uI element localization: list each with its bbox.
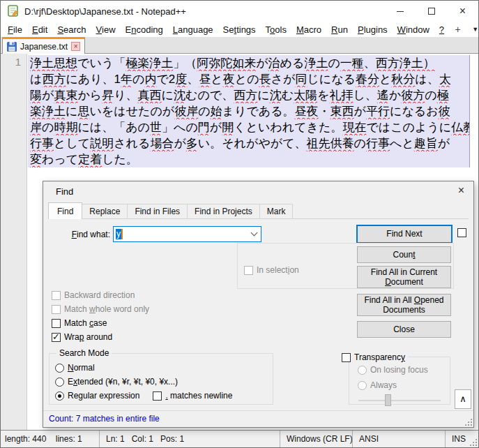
backward-direction-label: Backward direction [64,290,135,300]
dialog-tab-find-in-files[interactable]: Find in Files [127,204,188,218]
editor-text-line: 変わって定着した。 [28,151,469,167]
maximize-icon [428,8,435,15]
dialog-tabs: FindReplaceFind in FilesFind in Projects… [48,203,469,219]
notepad-window: D:\rjf\Desktop\Japanese.txt - Notepad++ … [0,0,479,448]
search-mode-group: Search Mode NormalExtended (¥n, ¥r, ¥t, … [49,353,273,405]
status-caret-position: Ln: 1 Col: 1 Pos: 1 [99,431,280,447]
count-result-text: Count: 7 matches in entire file [49,414,160,424]
editor-text-line: 岸の時期には、「あの世」への門が開くといわれてきた。現在ではこのように仏教 [28,119,469,135]
radio-on-losing-focus-label: On losing focus [370,365,428,375]
wrap-around-checkbox[interactable] [52,333,61,342]
menu-settings[interactable]: Settings [218,23,261,36]
window-title: D:\rjf\Desktop\Japanese.txt - Notepad++ [24,6,384,17]
editor-text[interactable]: 浄土思想でいう「極楽浄土」（阿弥陀如来が治める浄土の一種、西方浄土）は西方にあり… [28,55,469,167]
dialog-title: Find [56,186,73,197]
close-button[interactable]: × [447,1,478,22]
radio-extended-label: Extended (¥n, ¥r, ¥t, ¥0, ¥x...) [68,377,178,387]
match-case-checkbox[interactable] [52,319,61,328]
menubar-plus-icon[interactable]: + [449,24,466,35]
transparency-row-always: Always [358,380,397,390]
status-bar: length: 440 lines: 1 Ln: 1 Col: 1 Pos: 1… [1,430,478,447]
radio-always-label: Always [370,380,397,390]
line-number-margin: 1 [1,54,27,430]
menu-edit[interactable]: Edit [27,23,52,36]
menu-view[interactable]: View [91,23,121,36]
radio-on-losing-focus [358,366,367,375]
find-all-opened-documents-button[interactable]: Find All in All Opened Documents [357,294,451,316]
window-resize-grip[interactable] [469,438,477,446]
maximize-button[interactable] [416,1,447,22]
dialog-tab-find[interactable]: Find [48,202,82,219]
search-mode-group-label: Search Mode [56,348,112,358]
transparency-checkbox[interactable] [342,353,351,362]
radio-regular-expression[interactable] [55,391,64,401]
menu-macro[interactable]: Macro [291,23,326,36]
menu-items: FileEditSearchViewEncodingLanguageSettin… [3,22,449,37]
tab-label: Japanese.txt [20,42,68,52]
radio-normal-label: Normal [68,363,95,373]
radio-extended[interactable] [55,378,64,387]
menu-tools[interactable]: Tools [261,23,291,36]
dialog-close-icon[interactable]: × [458,185,464,196]
dot-matches-newline-checkbox[interactable] [153,391,162,401]
dialog-tab-find-in-projects[interactable]: Find in Projects [187,204,260,218]
backward-direction-row: Backward direction [52,290,135,300]
minimize-button[interactable] [384,1,416,22]
find-what-combobox[interactable]: y [113,226,261,242]
menu-encoding[interactable]: Encoding [121,23,168,36]
search-mode-row-extended: Extended (¥n, ¥r, ¥t, ¥0, ¥x...) [55,377,178,387]
menu-run[interactable]: Run [326,23,353,36]
menubar-tab-list-icon[interactable]: ▼ [466,26,479,33]
find-all-current-document-button[interactable]: Find All in Current Document [357,266,451,288]
wrap-around-label: Wrap around [64,332,112,342]
menu-language[interactable]: Language [168,23,218,36]
close-dialog-button[interactable]: Close [357,321,451,338]
menu-search[interactable]: Search [52,23,91,36]
dialog-tab-replace[interactable]: Replace [82,204,128,218]
tab-japanese-txt[interactable]: Japanese.txt × [2,37,85,54]
menu-file[interactable]: File [3,23,27,36]
in-selection-checkbox [244,266,253,275]
count-button[interactable]: Count [357,246,451,263]
radio-regular-expression-label: Regular expression [68,391,139,401]
status-encoding[interactable]: ANSI [352,431,445,447]
match-whole-word-label: Match whole word only [64,304,149,314]
transparency-row: Transparency [342,352,408,362]
radio-normal[interactable] [55,364,64,373]
close-icon: × [459,6,466,17]
combobox-dropdown-button[interactable] [248,227,261,241]
transparency-label: Transparency [354,352,405,362]
editor-text-line: 陽が真東から昇り、真西に沈むので、西方に沈む太陽を礼拝し、遙か彼方の極 [28,87,469,103]
find-what-label: Find what: [49,230,110,239]
status-eol-format[interactable]: Windows (CR LF) [280,431,352,447]
two-buttons-mode-checkbox[interactable] [457,228,466,237]
tab-bar: Japanese.txt × [1,37,478,54]
find-next-button[interactable]: Find Next [356,225,453,244]
menu-plugins[interactable]: Plugins [353,23,393,36]
slider-thumb [385,394,391,406]
dot-matches-newline-label: . matches newline [165,391,232,401]
search-mode-row-normal: Normal [55,363,95,373]
menu-window[interactable]: Window [393,23,434,36]
line-number: 1 [15,56,21,68]
saved-file-icon [7,42,17,52]
search-mode-row-regular-expression: Regular expression. matches newline [55,391,232,401]
status-length-lines: length: 440 lines: 1 [1,431,99,447]
titlebar[interactable]: D:\rjf\Desktop\Japanese.txt - Notepad++ … [1,1,478,22]
editor-text-line: 行事として説明される場合が多い。それがやがて、祖先供養の行事へと趣旨が [28,135,469,151]
tab-close-icon[interactable]: × [71,42,80,51]
insert-mode-text: INS [452,434,466,444]
wrap-around-row: Wrap around [52,332,112,342]
match-whole-word-checkbox [52,305,61,314]
in-selection-row: In selection [244,265,299,275]
dialog-resize-grip[interactable] [464,418,472,426]
dialog-status-bar: Count: 7 matches in entire file [43,410,473,427]
dialog-tab-mark[interactable]: Mark [259,204,294,218]
backward-direction-checkbox [52,291,61,300]
status-insert-mode[interactable]: INS [445,431,478,447]
match-whole-word-row: Match whole word only [52,304,149,314]
in-selection-label: In selection [257,265,299,275]
menu-help[interactable]: ? [434,23,449,36]
collapse-dialog-button[interactable]: ∧ [455,389,471,409]
text-caret [121,229,123,239]
